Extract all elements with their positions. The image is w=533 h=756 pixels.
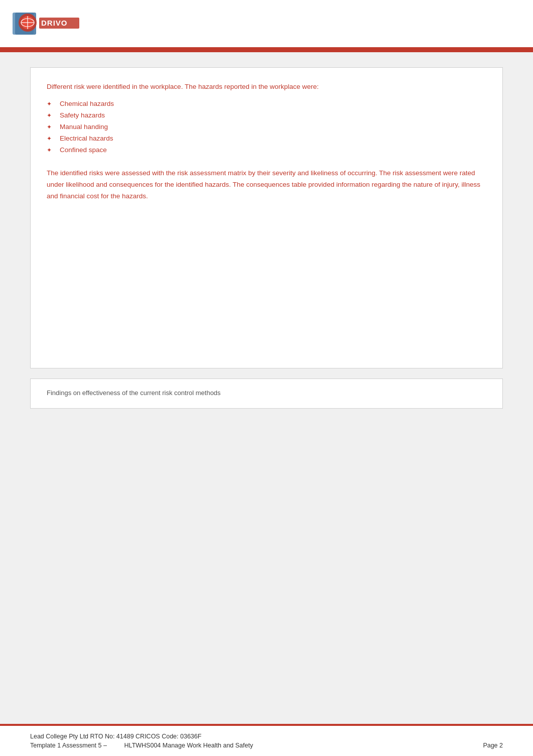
intro-paragraph: Different risk were identified in the wo…	[47, 82, 486, 92]
page-header: DRIVO	[0, 0, 533, 49]
page-footer: Lead College Pty Ltd RTO No: 41489 CRICO…	[0, 724, 533, 756]
bullet-icon: ✦	[47, 123, 54, 131]
hazard-item-label: Safety hazards	[60, 111, 105, 119]
hazard-list: ✦ Chemical hazards ✦ Safety hazards ✦ Ma…	[47, 98, 486, 156]
content-box-findings: Findings on effectiveness of the current…	[30, 379, 503, 409]
list-item: ✦ Electrical hazards	[47, 133, 486, 144]
list-item: ✦ Confined space	[47, 144, 486, 156]
footer-template-center: HLTWHS004 Manage Work Health and Safety	[124, 742, 253, 749]
bullet-icon: ✦	[47, 135, 54, 142]
footer-template-info: Template 1 Assessment 5 – HLTWHS004 Mana…	[30, 742, 253, 749]
content-box-hazards: Different risk were identified in the wo…	[30, 67, 503, 368]
footer-rto-info: Lead College Pty Ltd RTO No: 41489 CRICO…	[30, 733, 201, 740]
footer-template-label: Template 1 Assessment 5 – HLTWHS004 Mana…	[30, 742, 253, 749]
logo-container: DRIVO	[10, 6, 90, 41]
summary-paragraph: The identified risks were assessed with …	[47, 168, 486, 202]
hazard-item-label: Chemical hazards	[60, 100, 114, 107]
footer-template-left: Template 1 Assessment 5 –	[30, 742, 107, 749]
hazard-item-label: Electrical hazards	[60, 135, 113, 142]
footer-line-1: Lead College Pty Ltd RTO No: 41489 CRICO…	[30, 733, 503, 740]
bullet-icon: ✦	[47, 147, 54, 154]
footer-line-2: Template 1 Assessment 5 – HLTWHS004 Mana…	[30, 742, 503, 749]
list-item: ✦ Safety hazards	[47, 109, 486, 121]
bullet-icon: ✦	[47, 112, 54, 119]
bullet-icon: ✦	[47, 100, 54, 107]
main-content: Different risk were identified in the wo…	[0, 52, 533, 724]
findings-text: Findings on effectiveness of the current…	[47, 389, 486, 397]
footer-page-number: Page 2	[483, 742, 503, 749]
list-item: ✦ Manual handing	[47, 121, 486, 133]
svg-text:DRIVO: DRIVO	[41, 19, 68, 27]
hazard-item-label: Manual handing	[60, 123, 108, 131]
list-item: ✦ Chemical hazards	[47, 98, 486, 109]
company-logo: DRIVO	[10, 9, 85, 39]
hazard-item-label: Confined space	[60, 146, 107, 154]
